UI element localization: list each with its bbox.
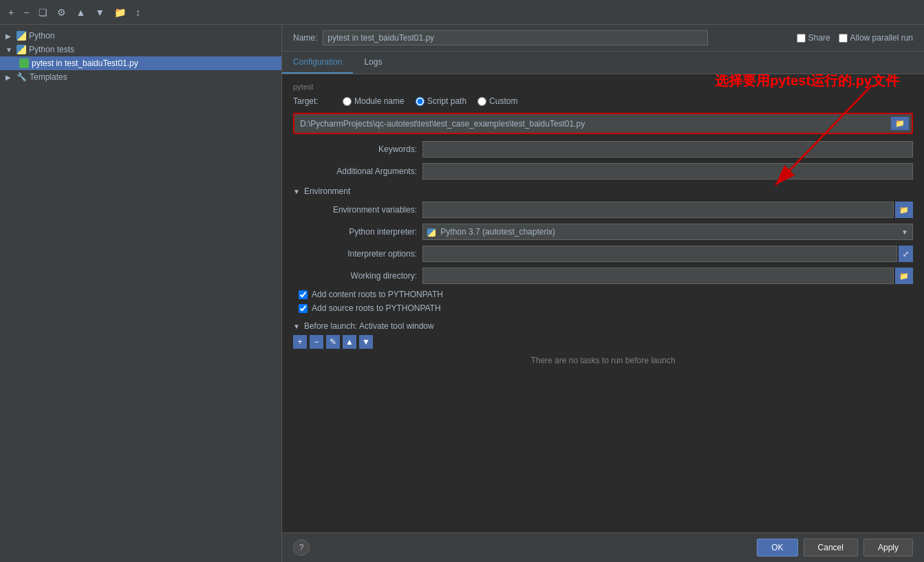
cancel-button[interactable]: Cancel bbox=[804, 539, 858, 556]
name-row: Name: Share Allow parallel run bbox=[282, 25, 924, 52]
tab-configuration[interactable]: Configuration bbox=[282, 52, 353, 74]
script-path-input[interactable] bbox=[297, 118, 891, 130]
launch-toolbar: + − ✎ ▲ ▼ bbox=[293, 335, 913, 349]
keywords-label: Keywords: bbox=[293, 144, 417, 154]
tab-logs[interactable]: Logs bbox=[353, 52, 393, 74]
folder-icon[interactable]: 📁 bbox=[111, 6, 129, 19]
before-launch-header: ▼ Before launch: Activate tool window bbox=[293, 321, 913, 331]
additional-args-label: Additional Arguments: bbox=[293, 166, 417, 176]
interpreter-options-label: Interpreter options: bbox=[293, 249, 417, 259]
annotation-container: 选择要用pytest运行的.py文件 📁 bbox=[293, 113, 913, 134]
sidebar-label-pytest: pytest in test_baiduTest01.py bbox=[32, 58, 138, 68]
python-interpreter-dropdown[interactable]: Python 3.7 (autotest_chapterix) ▼ bbox=[422, 224, 913, 240]
env-vars-input[interactable] bbox=[422, 202, 894, 218]
minus-icon[interactable]: − bbox=[21, 6, 32, 19]
add-content-roots-checkbox[interactable] bbox=[299, 290, 308, 299]
script-path-folder-btn[interactable]: 📁 bbox=[891, 117, 909, 130]
no-tasks-label: There are no tasks to run before launch bbox=[293, 353, 913, 368]
python-tests-icon bbox=[17, 45, 26, 54]
launch-edit-btn[interactable]: ✎ bbox=[326, 335, 340, 349]
radio-custom[interactable]: Custom bbox=[477, 96, 517, 106]
sort-icon[interactable]: ↕ bbox=[133, 6, 143, 19]
sidebar-label-python-tests: Python tests bbox=[29, 45, 74, 54]
share-area: Share Allow parallel run bbox=[797, 33, 913, 43]
share-checkbox-label[interactable]: Share bbox=[797, 33, 830, 43]
interpreter-options-input[interactable] bbox=[422, 246, 897, 262]
sidebar-label-python: Python bbox=[29, 31, 54, 41]
radio-module-name[interactable]: Module name bbox=[343, 96, 405, 106]
working-dir-input-group: 📁 bbox=[422, 268, 913, 284]
interpreter-options-expand-btn[interactable]: ⤢ bbox=[899, 246, 913, 262]
config-body: pytest Target: Module name Script path bbox=[282, 74, 924, 532]
environment-label: Environment bbox=[304, 186, 350, 196]
keywords-row: Keywords: bbox=[293, 141, 913, 158]
working-dir-label: Working directory: bbox=[293, 271, 417, 281]
env-vars-btn[interactable]: 📁 bbox=[895, 202, 913, 218]
add-content-roots-label: Add content roots to PYTHONPATH bbox=[312, 290, 443, 299]
additional-args-row: Additional Arguments: bbox=[293, 163, 913, 180]
radio-group: Module name Script path Custom bbox=[343, 96, 517, 106]
name-input[interactable] bbox=[323, 30, 708, 45]
interpreter-options-row: Interpreter options: ⤢ bbox=[293, 246, 913, 262]
python-interpreter-label: Python interpreter: bbox=[293, 227, 417, 237]
add-source-roots-row: Add source roots to PYTHONPATH bbox=[299, 303, 913, 313]
python-interpreter-value: Python 3.7 (autotest_chapterix) bbox=[427, 227, 555, 237]
keywords-input[interactable] bbox=[422, 141, 913, 158]
sidebar-item-pytest[interactable]: pytest in test_baiduTest01.py bbox=[0, 56, 281, 70]
sidebar: ▶ Python ▼ Python tests pytest in test_b… bbox=[0, 25, 282, 562]
add-source-roots-label: Add source roots to PYTHONPATH bbox=[312, 303, 441, 313]
add-icon[interactable]: + bbox=[6, 6, 17, 19]
sidebar-item-python-tests[interactable]: ▼ Python tests bbox=[0, 43, 281, 56]
down-icon[interactable]: ▼ bbox=[92, 6, 107, 19]
target-row: Target: Module name Script path Custom bbox=[293, 96, 913, 106]
expand-arrow-python-tests: ▼ bbox=[6, 46, 14, 54]
expand-arrow-templates: ▶ bbox=[6, 74, 14, 81]
env-vars-input-group: 📁 bbox=[422, 202, 913, 218]
share-checkbox[interactable] bbox=[797, 34, 806, 43]
launch-down-btn[interactable]: ▼ bbox=[359, 335, 373, 349]
apply-button[interactable]: Apply bbox=[863, 539, 913, 556]
name-label: Name: bbox=[293, 33, 317, 43]
section-pytest-label: pytest bbox=[293, 83, 913, 91]
before-launch-label: Before launch: Activate tool window bbox=[304, 321, 434, 331]
add-source-roots-checkbox[interactable] bbox=[299, 304, 308, 313]
ok-button[interactable]: OK bbox=[757, 539, 797, 556]
env-vars-row: Environment variables: 📁 bbox=[293, 202, 913, 218]
interpreter-dropdown-arrow: ▼ bbox=[901, 228, 908, 236]
radio-script-path[interactable]: Script path bbox=[416, 96, 466, 106]
settings-icon[interactable]: ⚙ bbox=[54, 6, 69, 19]
sidebar-item-templates[interactable]: ▶ 🔧 Templates bbox=[0, 70, 281, 84]
tabs: Configuration Logs bbox=[282, 52, 924, 74]
launch-add-btn[interactable]: + bbox=[293, 335, 307, 349]
add-content-roots-row: Add content roots to PYTHONPATH bbox=[299, 290, 913, 299]
up-icon[interactable]: ▲ bbox=[73, 6, 88, 19]
expand-arrow-python: ▶ bbox=[6, 32, 14, 40]
target-label: Target: bbox=[293, 96, 334, 106]
allow-parallel-label: Allow parallel run bbox=[850, 33, 913, 43]
python-interpreter-row: Python interpreter: Python 3.7 (autotest… bbox=[293, 224, 913, 240]
interpreter-options-input-group: ⤢ bbox=[422, 246, 913, 262]
env-vars-label: Environment variables: bbox=[293, 205, 417, 215]
sidebar-item-python[interactable]: ▶ Python bbox=[0, 29, 281, 43]
working-dir-folder-btn[interactable]: 📁 bbox=[895, 268, 913, 284]
working-dir-input[interactable] bbox=[422, 268, 894, 284]
allow-parallel-checkbox[interactable] bbox=[839, 34, 848, 43]
python-icon bbox=[17, 31, 26, 41]
environment-section-header[interactable]: ▼ Environment bbox=[293, 186, 913, 196]
allow-parallel-checkbox-label[interactable]: Allow parallel run bbox=[839, 33, 913, 43]
launch-up-btn[interactable]: ▲ bbox=[343, 335, 356, 349]
before-launch-arrow: ▼ bbox=[293, 323, 300, 330]
bottom-buttons: ? OK Cancel Apply bbox=[282, 532, 924, 562]
launch-remove-btn[interactable]: − bbox=[310, 335, 323, 349]
additional-args-input[interactable] bbox=[422, 163, 913, 180]
config-panel: Name: Share Allow parallel run Configura… bbox=[282, 25, 924, 562]
share-label: Share bbox=[808, 33, 830, 43]
sidebar-label-templates: Templates bbox=[30, 72, 67, 82]
main-area: ▶ Python ▼ Python tests pytest in test_b… bbox=[0, 25, 924, 562]
working-dir-row: Working directory: 📁 bbox=[293, 268, 913, 284]
copy-icon[interactable]: ❑ bbox=[36, 6, 50, 19]
script-path-box: 📁 bbox=[293, 113, 913, 134]
env-collapse-arrow: ▼ bbox=[293, 188, 300, 195]
templates-icon: 🔧 bbox=[17, 72, 27, 82]
help-button[interactable]: ? bbox=[293, 539, 310, 556]
